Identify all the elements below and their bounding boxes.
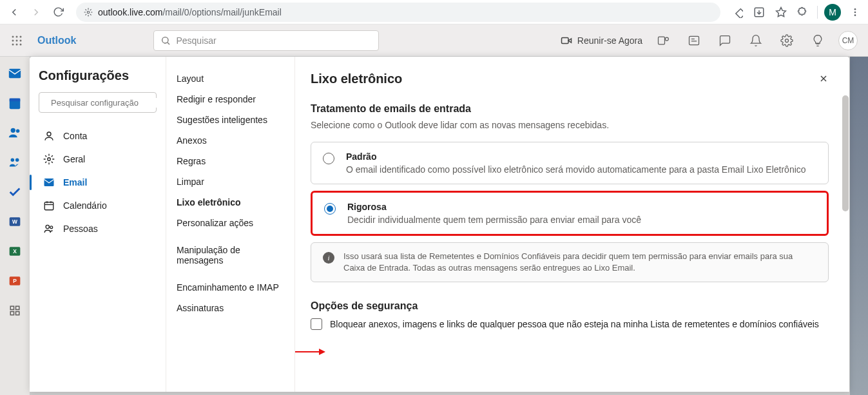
outlook-brand[interactable]: Outlook: [37, 35, 76, 46]
subnav-lixo-eletronico[interactable]: Lixo eletrônico: [166, 192, 294, 213]
svg-point-16: [20, 43, 22, 45]
rail-excel-icon[interactable]: X: [7, 244, 23, 259]
svg-text:X: X: [13, 248, 17, 255]
app-launcher-icon[interactable]: [5, 29, 28, 52]
nav-pessoas[interactable]: Pessoas: [39, 217, 157, 240]
nav-label: Calendário: [63, 200, 107, 211]
subnav-regras[interactable]: Regras: [166, 151, 294, 171]
people-icon: [43, 222, 55, 235]
info-text: Isso usará sua lista de Remetentes e Dom…: [343, 251, 816, 274]
rail-mail-icon[interactable]: [7, 66, 23, 81]
rail-more-apps-icon[interactable]: [7, 303, 23, 318]
nav-calendario[interactable]: Calendário: [39, 194, 157, 217]
radio-label: Rigorosa: [347, 202, 641, 212]
radio-input-rigorosa[interactable]: [324, 203, 336, 215]
search-icon: [160, 35, 171, 46]
nav-email[interactable]: Email: [39, 171, 157, 194]
section-title-seguranca: Opções de segurança: [311, 300, 829, 312]
svg-point-30: [16, 130, 20, 133]
news-icon[interactable]: [684, 30, 704, 51]
settings-nav-secondary: Layout Redigir e responder Sugestões int…: [166, 57, 295, 392]
svg-point-0: [87, 11, 90, 14]
teams-icon[interactable]: [653, 30, 673, 51]
settings-dialog: Configurações Conta Geral Email Calendár…: [30, 57, 849, 392]
settings-content: Lixo eletrônico Tratamento de emails de …: [295, 57, 849, 392]
checkbox-label: Bloquear anexos, imagens e links de qual…: [330, 319, 819, 329]
scrollbar-thumb[interactable]: [842, 95, 849, 211]
subnav-anexos[interactable]: Anexos: [166, 130, 294, 151]
forward-button[interactable]: [27, 3, 45, 21]
svg-point-31: [11, 159, 14, 162]
back-button[interactable]: [5, 3, 23, 21]
mail-icon: [43, 176, 55, 189]
info-message: i Isso usará sua lista de Remetentes e D…: [311, 242, 829, 282]
nav-conta[interactable]: Conta: [39, 124, 157, 148]
settings-search-box[interactable]: [39, 92, 157, 113]
svg-point-15: [16, 43, 18, 45]
subnav-limpar[interactable]: Limpar: [166, 171, 294, 192]
svg-line-18: [168, 43, 169, 44]
subnav-encaminhamento[interactable]: Encaminhamento e IMAP: [166, 277, 294, 298]
outlook-header: Outlook Reunir-se Agora CM: [0, 24, 868, 57]
radio-option-rigorosa[interactable]: Rigorosa Decidir individualmente quem te…: [311, 191, 829, 236]
settings-nav-primary: Configurações Conta Geral Email Calendár…: [30, 57, 166, 392]
profile-avatar[interactable]: M: [824, 4, 841, 21]
rail-word-icon[interactable]: W: [7, 214, 23, 229]
bookmark-star-icon[interactable]: [773, 5, 789, 20]
user-avatar[interactable]: CM: [838, 31, 858, 50]
meet-now-button[interactable]: Reunir-se Agora: [561, 35, 642, 46]
nav-label: Pessoas: [63, 224, 98, 234]
rail-people-icon[interactable]: [7, 125, 23, 140]
rail-groups-icon[interactable]: [7, 155, 23, 170]
svg-rect-40: [16, 306, 19, 309]
svg-point-5: [854, 8, 856, 10]
checkbox-input[interactable]: [311, 318, 322, 330]
rail-calendar-icon[interactable]: [7, 95, 23, 111]
svg-rect-1: [736, 8, 743, 17]
nav-label: Conta: [63, 131, 87, 141]
extensions-puzzle-icon[interactable]: [795, 5, 811, 20]
settings-scroll-body[interactable]: Tratamento de emails de entrada Selecion…: [295, 95, 849, 392]
settings-search-input[interactable]: [51, 98, 159, 108]
subnav-sugestoes[interactable]: Sugestões inteligentes: [166, 110, 294, 130]
svg-point-12: [16, 39, 18, 41]
subnav-assinaturas[interactable]: Assinaturas: [166, 298, 294, 318]
radio-input-padrao[interactable]: [323, 153, 334, 164]
extensions-diamond-icon[interactable]: [729, 5, 745, 20]
svg-point-10: [20, 35, 22, 37]
address-bar[interactable]: outlook.live.com/mail/0/options/mail/jun…: [76, 3, 720, 22]
nav-geral[interactable]: Geral: [39, 148, 157, 171]
svg-point-13: [20, 39, 22, 41]
rail-todo-icon[interactable]: [7, 184, 23, 200]
video-icon: [561, 35, 572, 46]
tips-icon[interactable]: [807, 30, 828, 51]
close-icon: [818, 73, 829, 84]
subnav-personalizar[interactable]: Personalizar ações: [166, 213, 294, 233]
svg-point-17: [162, 37, 168, 43]
outlook-search[interactable]: [153, 30, 379, 51]
checkbox-bloquear-anexos[interactable]: Bloquear anexos, imagens e links de qual…: [311, 318, 829, 330]
reload-button[interactable]: [49, 3, 67, 21]
url-text: outlook.live.com/mail/0/options/mail/jun…: [98, 7, 282, 17]
notifications-icon[interactable]: [746, 30, 766, 51]
subnav-redigir[interactable]: Redigir e responder: [166, 89, 294, 110]
subnav-manipulacao[interactable]: Manipulação de mensagens: [166, 245, 294, 265]
chat-icon[interactable]: [715, 30, 735, 51]
install-app-icon[interactable]: [751, 5, 767, 20]
settings-gear-icon[interactable]: [776, 30, 797, 51]
svg-marker-56: [319, 349, 325, 355]
section-title-tratamento: Tratamento de emails de entrada: [311, 103, 829, 115]
chrome-menu-icon[interactable]: [847, 5, 863, 20]
rail-powerpoint-icon[interactable]: P: [7, 273, 23, 289]
radio-option-padrao[interactable]: Padrão O email identificado como possíve…: [311, 142, 829, 184]
radio-desc: O email identificado como possível lixo …: [346, 164, 806, 175]
subnav-layout[interactable]: Layout: [166, 68, 294, 89]
svg-point-29: [11, 128, 15, 133]
svg-point-9: [16, 35, 18, 37]
close-button[interactable]: [813, 68, 834, 89]
background-content: [850, 57, 868, 395]
svg-point-46: [48, 158, 51, 161]
outlook-search-input[interactable]: [176, 35, 372, 46]
svg-point-51: [46, 225, 49, 228]
nav-label: Email: [63, 177, 87, 188]
